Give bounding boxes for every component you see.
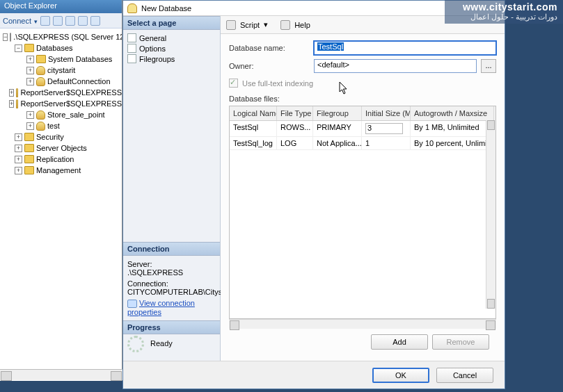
cell-filegroup[interactable]: Not Applica... (313, 137, 362, 150)
cell-autogrowth[interactable]: By 10 percent, Unlimited (411, 137, 494, 150)
select-page-header: Select a page (123, 16, 220, 30)
expand-icon[interactable]: + (26, 78, 34, 85)
page-general[interactable]: General (126, 33, 219, 43)
cell-file-type[interactable]: ROWS... (277, 121, 313, 137)
owner-input[interactable]: <default> (314, 59, 477, 73)
tree-item-db[interactable]: Store_sale_point (47, 109, 105, 120)
owner-label: Owner: (229, 62, 310, 70)
col-autogrowth[interactable]: Autogrowth / Maxsize (411, 106, 494, 120)
cell-logical-name[interactable]: TestSql_log (230, 137, 277, 150)
properties-icon (127, 300, 137, 308)
database-icon (36, 77, 45, 86)
server-icon (10, 33, 11, 42)
cancel-button[interactable]: Cancel (436, 368, 493, 383)
script-icon (226, 20, 236, 30)
cell-file-type[interactable]: LOG (277, 137, 313, 150)
tree-item-db[interactable]: citystarit (47, 65, 75, 76)
folder-icon (24, 166, 34, 174)
tree-server-node[interactable]: .\SQLEXPRESS (SQL Server 12.0.20 (13, 31, 122, 42)
view-connection-properties-link[interactable]: View connection properties (127, 299, 195, 316)
watermark-sub: دورات تدريبية - حلول اعمال (450, 13, 557, 22)
page-filegroups[interactable]: Filegroups (126, 54, 219, 64)
page-options[interactable]: Options (126, 43, 219, 54)
toolbar-icon[interactable] (65, 16, 75, 26)
database-icon (36, 122, 45, 131)
object-explorer-panel: Object Explorer Connect −.\SQLEXPRESS (S… (0, 0, 122, 381)
expand-icon[interactable]: + (26, 67, 34, 74)
horizontal-scrollbar[interactable] (0, 369, 122, 380)
page-icon (127, 33, 136, 42)
folder-icon (36, 55, 46, 63)
script-button[interactable]: Script (240, 21, 260, 29)
script-dropdown-icon[interactable]: ▾ (264, 20, 268, 29)
database-name-input[interactable]: TestSql (314, 41, 496, 55)
owner-browse-button[interactable]: ... (481, 59, 496, 73)
col-logical-name[interactable]: Logical Name (230, 106, 277, 120)
cell-filegroup[interactable]: PRIMARY (313, 121, 362, 137)
object-explorer-title: Object Explorer (0, 0, 122, 13)
toolbar-icon[interactable] (90, 16, 100, 26)
expand-icon[interactable]: + (15, 156, 22, 163)
ok-button[interactable]: OK (372, 368, 429, 383)
cell-initial-size[interactable]: 1 (362, 137, 411, 150)
collapse-icon[interactable]: − (3, 33, 8, 41)
help-icon (280, 20, 290, 30)
server-value: .\SQLEXPRESS (127, 268, 216, 277)
expand-icon[interactable]: + (26, 56, 34, 63)
cell-autogrowth[interactable]: By 1 MB, Unlimited (411, 121, 494, 137)
connection-info: Server: .\SQLEXPRESS Connection: CITYCOM… (123, 256, 220, 320)
page-list: General Options Filegroups (123, 30, 220, 68)
tree-item-db[interactable]: test (47, 120, 60, 131)
expand-icon[interactable]: + (15, 167, 22, 174)
collapse-icon[interactable]: − (15, 44, 22, 52)
cell-initial-size[interactable]: 3 (362, 121, 411, 137)
new-database-dialog: New Database Select a page General Optio… (122, 0, 505, 389)
grid-vertical-scrollbar[interactable] (486, 120, 495, 309)
progress-text: Ready (150, 339, 173, 348)
grid-row[interactable]: TestSql ROWS... PRIMARY 3 By 1 MB, Unlim… (230, 121, 495, 137)
expand-icon[interactable]: + (26, 122, 34, 130)
cell-logical-name[interactable]: TestSql (230, 121, 277, 137)
connect-menu[interactable]: Connect (3, 17, 31, 25)
page-icon (127, 44, 136, 53)
connection-value: CITYCOMPUTERLAB\Citystarit (127, 288, 216, 296)
tree-item-db[interactable]: DefaultConnection (47, 76, 111, 87)
toolbar-icon[interactable] (53, 16, 63, 26)
help-button[interactable]: Help (294, 21, 310, 29)
grid-row[interactable]: TestSql_log LOG Not Applica... 1 By 10 p… (230, 137, 495, 150)
expand-icon[interactable]: + (26, 111, 34, 119)
database-name-label: Database name: (229, 44, 310, 52)
col-initial-size[interactable]: Initial Size (MB) (362, 106, 411, 120)
database-files-grid[interactable]: Logical Name File Type Filegroup Initial… (229, 106, 496, 319)
tree-item-db[interactable]: ReportServer$SQLEXPRESS (20, 98, 122, 109)
tree-item-databases[interactable]: Databases (36, 42, 73, 54)
add-button[interactable]: Add (371, 334, 428, 350)
tree-item-sysdb[interactable]: System Databases (48, 54, 112, 65)
dialog-title-text: New Database (141, 4, 191, 13)
remove-button: Remove (432, 334, 489, 350)
connect-dropdown-icon[interactable] (34, 17, 38, 25)
tree-item-replication[interactable]: Replication (36, 154, 74, 165)
toolbar-icon[interactable] (78, 16, 88, 26)
database-icon (16, 99, 18, 108)
folder-icon (24, 155, 34, 163)
page-icon (127, 54, 136, 63)
toolbar-icon[interactable] (40, 16, 50, 26)
object-explorer-tree[interactable]: −.\SQLEXPRESS (SQL Server 12.0.20 −Datab… (0, 28, 122, 179)
tree-item-management[interactable]: Management (36, 165, 81, 176)
progress-spinner-icon (127, 336, 144, 352)
expand-icon[interactable]: + (9, 100, 14, 108)
expand-icon[interactable]: + (9, 89, 14, 97)
expand-icon[interactable]: + (15, 145, 22, 152)
tree-item-security[interactable]: Security (36, 131, 64, 142)
col-filegroup[interactable]: Filegroup (313, 106, 362, 120)
database-files-label: Database files: (229, 95, 496, 103)
expand-icon[interactable]: + (15, 133, 22, 141)
database-icon (16, 88, 18, 97)
tree-item-db[interactable]: ReportServer$SQLEXPRESS (20, 87, 122, 98)
grid-horizontal-scrollbar[interactable] (229, 319, 496, 329)
fulltext-label: Use full-text indexing (242, 79, 313, 88)
connection-label: Connection: (127, 279, 216, 288)
tree-item-serverobjects[interactable]: Server Objects (36, 142, 87, 154)
col-file-type[interactable]: File Type (277, 106, 313, 120)
